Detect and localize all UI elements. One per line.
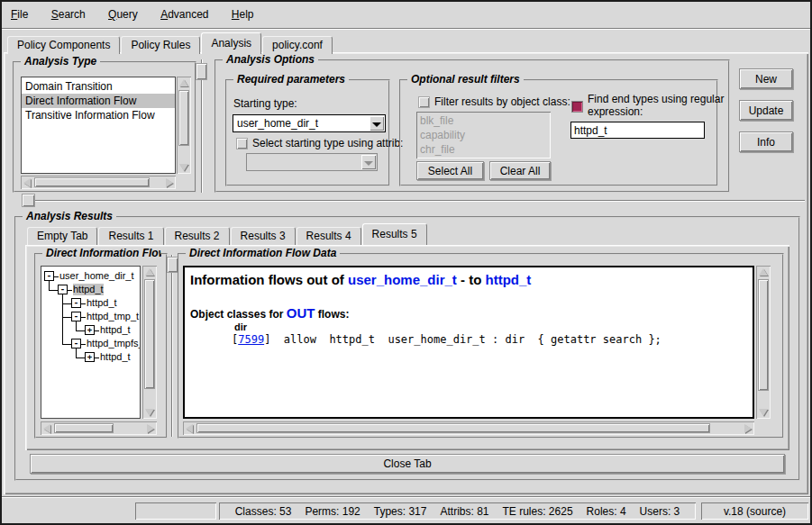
tab-policy-rules[interactable]: Policy Rules [121, 36, 200, 54]
tab-results-5[interactable]: Results 5 [362, 223, 427, 245]
tree-node-label[interactable]: user_home_dir_t [59, 270, 134, 282]
regex-checkbox[interactable] [572, 102, 582, 112]
flow-tree[interactable]: - user_home_dir_t - httpd_t - httpd_t - … [41, 266, 141, 419]
tree-node-label[interactable]: httpd_t [87, 297, 117, 309]
stat-te-rules: TE rules: 2625 [503, 505, 573, 518]
tree-expander-icon[interactable]: - [58, 285, 68, 294]
list-item-chr-file: chr_file [416, 142, 551, 157]
object-class-label: dir [234, 321, 247, 332]
tree-vertical-scrollbar[interactable] [142, 266, 157, 419]
list-item-capability: capability [416, 128, 551, 142]
tab-analysis[interactable]: Analysis [201, 32, 261, 54]
scroll-thumb[interactable] [758, 279, 769, 391]
source-type: user_home_dir_t [348, 272, 457, 287]
results-tab-bar: Empty Tab Results 1 Results 2 Results 3 … [27, 225, 428, 245]
flow-data-textarea[interactable]: Information flows out of user_home_dir_t… [183, 266, 754, 419]
scroll-thumb[interactable] [54, 423, 114, 433]
pane-divider [34, 200, 805, 202]
status-version: v.18 (source) [701, 502, 808, 520]
scroll-up-arrow-icon[interactable] [179, 79, 188, 86]
pane-divider [201, 59, 203, 193]
menu-file[interactable]: File [11, 8, 28, 21]
scroll-down-arrow-icon[interactable] [179, 164, 188, 171]
tab-results-3[interactable]: Results 3 [231, 227, 296, 245]
scroll-right-arrow-icon[interactable] [744, 424, 752, 433]
tree-expander-icon[interactable]: - [44, 271, 54, 281]
scroll-up-arrow-icon[interactable] [759, 268, 768, 276]
menu-advanced[interactable]: Advanced [160, 8, 208, 21]
starting-type-label: Starting type: [233, 97, 297, 110]
filter-by-class-checkbox[interactable] [419, 97, 429, 107]
tree-expander-icon[interactable]: - [71, 312, 81, 321]
clear-all-button[interactable]: Clear All [489, 161, 551, 180]
tree-node-label[interactable]: httpd_tmp_t [87, 311, 139, 322]
tree-expander-icon[interactable]: + [85, 352, 95, 362]
tree-expander-icon[interactable]: - [71, 298, 81, 308]
combo-dropdown-button[interactable] [370, 116, 384, 131]
sash-handle[interactable] [196, 64, 206, 79]
scroll-right-arrow-icon[interactable] [147, 424, 154, 433]
list-item-transitive-information-flow[interactable]: Transitive Information Flow [22, 108, 175, 122]
data-vertical-scrollbar[interactable] [756, 266, 771, 419]
tree-connector-line [54, 276, 59, 277]
sash-handle[interactable] [23, 195, 34, 206]
stat-attribs: Attribs: 81 [440, 505, 488, 518]
object-class-list-disabled: blk_file capability chr_file [416, 112, 551, 158]
tab-results-1[interactable]: Results 1 [98, 227, 163, 245]
scroll-thumb[interactable] [196, 423, 710, 433]
tree-node-label[interactable]: httpd_t [100, 324, 131, 336]
tab-policy-conf[interactable]: policy.conf [262, 36, 333, 54]
scroll-left-arrow-icon[interactable] [186, 424, 193, 433]
scroll-left-arrow-icon[interactable] [43, 424, 50, 433]
scroll-thumb[interactable] [34, 177, 150, 187]
scroll-down-arrow-icon[interactable] [759, 409, 768, 416]
list-item-domain-transition[interactable]: Domain Transition [22, 79, 175, 94]
tree-horizontal-scrollbar[interactable] [41, 421, 157, 435]
pane-divider [171, 255, 173, 437]
chevron-down-icon [372, 122, 381, 127]
list-item-direct-information-flow[interactable]: Direct Information Flow [22, 94, 175, 108]
tab-results-2[interactable]: Results 2 [165, 227, 230, 245]
tree-node-label[interactable]: httpd_t [73, 284, 104, 295]
flow-heading: Information flows out of user_home_dir_t… [190, 272, 531, 287]
info-button[interactable]: Info [739, 131, 793, 152]
scroll-thumb[interactable] [178, 90, 189, 146]
tree-connector-line [81, 317, 86, 318]
scroll-thumb[interactable] [144, 279, 155, 389]
analysis-type-vertical-scrollbar[interactable] [177, 77, 191, 174]
new-button[interactable]: New [739, 68, 793, 89]
rule-id-link[interactable]: 7599 [238, 333, 264, 346]
sash-handle[interactable] [168, 258, 178, 272]
update-button[interactable]: Update [739, 100, 793, 121]
analysis-results-title: Analysis Results [23, 210, 116, 222]
tab-empty-tab[interactable]: Empty Tab [27, 227, 97, 245]
status-bar-divider [2, 496, 810, 498]
scroll-up-arrow-icon[interactable] [145, 268, 154, 276]
starting-type-combobox[interactable]: user_home_dir_t [233, 114, 386, 132]
menu-query[interactable]: Query [108, 8, 138, 21]
stat-perms: Perms: 192 [305, 505, 360, 518]
select-all-button[interactable]: Select All [416, 161, 484, 180]
attrib-checkbox[interactable] [237, 139, 247, 149]
scroll-left-arrow-icon[interactable] [23, 178, 31, 187]
scroll-down-arrow-icon[interactable] [145, 409, 154, 416]
tree-node-label[interactable]: httpd_tmpfs_ [87, 338, 141, 349]
flow-data-title: Direct Information Flow Data [186, 247, 340, 259]
menu-search[interactable]: Search [51, 8, 86, 21]
tab-policy-components[interactable]: Policy Components [7, 36, 120, 54]
scroll-right-arrow-icon[interactable] [166, 178, 173, 187]
te-rule-line: [7599] allow httpd_t user_home_dir_t : d… [232, 333, 661, 346]
analysis-type-horizontal-scrollbar[interactable] [21, 176, 176, 189]
list-item-blk-file: blk_file [416, 113, 551, 128]
tree-expander-icon[interactable]: + [85, 325, 95, 335]
regex-input[interactable] [570, 122, 705, 139]
tree-node-label[interactable]: httpd_t [100, 351, 131, 363]
close-tab-button[interactable]: Close Tab [30, 454, 785, 474]
tab-results-4[interactable]: Results 4 [297, 227, 361, 245]
data-horizontal-scrollbar[interactable] [183, 421, 754, 435]
analysis-type-list[interactable]: Domain Transition Direct Information Flo… [21, 77, 176, 174]
tree-expander-icon[interactable]: - [71, 339, 81, 348]
analysis-type-title: Analysis Type [21, 55, 100, 68]
menu-help[interactable]: Help [232, 8, 254, 21]
combo-dropdown-button [361, 155, 376, 169]
